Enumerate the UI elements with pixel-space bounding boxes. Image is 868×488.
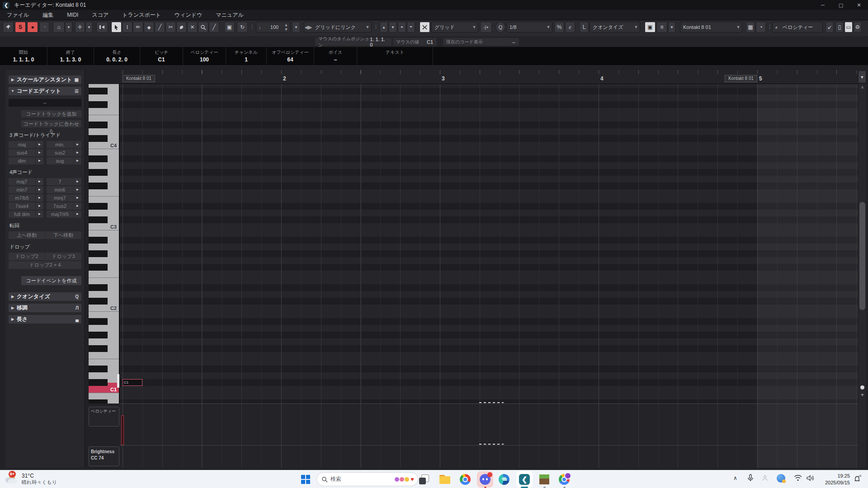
chord-play-arrow-icon[interactable]: ► [73,194,81,202]
black-key[interactable] [89,155,108,162]
acoustic-feedback-icon[interactable]: ◔ [39,22,49,33]
minimize-button[interactable]: ─ [814,0,832,10]
task-view-icon[interactable] [416,471,432,488]
left-zone-toggle-icon[interactable]: ▯ [835,22,844,33]
pitch-visibility-dropdown[interactable]: ▼ [65,22,72,33]
show-part-borders-icon[interactable]: ▣ [645,22,656,33]
tetrad-button-min7[interactable]: min7► [9,186,43,193]
note-event[interactable]: C1 [123,379,142,386]
black-key[interactable] [89,203,108,210]
black-key[interactable] [89,216,108,223]
input-more-icon[interactable]: ⋮ [767,24,772,30]
nudge-start-button[interactable]: ⏶ [398,22,406,33]
tetrad-button-7sus2[interactable]: 7sus2► [47,202,81,210]
solo-editor-button[interactable]: S [15,22,26,33]
info-value[interactable]: 64 [267,56,314,63]
grid-type-dropdown-icon[interactable]: ▼ [471,25,478,29]
length-quantize-combo[interactable]: クオンタイズ ▼ [590,22,640,33]
scrollbar-thumb[interactable] [859,202,865,310]
menu-item-6[interactable]: マニュアル [209,10,250,20]
tetrad-button-maj7[interactable]: maj7► [9,178,43,185]
transpositions-dropdown[interactable]: ▼ [85,22,93,33]
snap-icon[interactable] [420,22,430,33]
chord-play-arrow-icon[interactable]: ► [35,149,43,156]
black-key[interactable] [89,88,108,94]
inversion-button[interactable]: 上へ移動 [9,231,45,239]
inversion-button[interactable]: 下へ移動 [45,231,81,239]
iterative-quantize-icon[interactable]: e [565,22,575,33]
split-tool[interactable]: ✂ [165,22,176,33]
edit-active-part-icon[interactable]: ≡ [656,22,667,33]
chord-play-arrow-icon[interactable]: ► [35,186,43,193]
lane-resize-handle-2[interactable] [479,444,504,445]
insert-velocity-field[interactable]: ↓ 100 ▲▼ [256,22,290,33]
chord-play-arrow-icon[interactable]: ► [73,149,81,156]
velocity-bar[interactable] [121,415,124,445]
glue-tool[interactable] [176,22,187,33]
black-key[interactable] [89,284,108,291]
info-value[interactable]: 1. 1. 3. 0 [47,56,94,63]
section-chord-edit[interactable]: ▼コードエディット☰ [9,87,81,95]
black-key[interactable] [89,264,108,271]
section-length[interactable]: ▶長さ▄ [9,315,81,324]
indicate-transpositions-icon[interactable]: ✛ [75,22,85,33]
triad-button-sus2[interactable]: sus2► [47,149,81,156]
insert-velocity-dropdown[interactable]: ▼ [292,22,300,33]
velocity-lane[interactable] [120,404,858,445]
volume-icon[interactable] [807,474,815,482]
info-value[interactable]: 1 [226,56,266,63]
chord-play-arrow-icon[interactable]: ► [73,186,81,193]
section-transpose[interactable]: ▶移調Л [9,304,81,312]
black-key[interactable] [89,298,108,305]
line-tool[interactable]: ╱ [209,22,219,33]
chord-play-arrow-icon[interactable]: ► [73,211,81,218]
piano-keyboard[interactable]: C4C3C2C1 [89,84,120,404]
chord-play-arrow-icon[interactable]: ► [35,141,43,148]
info-field-3[interactable]: ピッチC1 [140,47,183,65]
chord-play-arrow-icon[interactable]: ► [35,178,43,185]
black-key[interactable] [89,122,108,128]
length-quantize-value[interactable]: クオンタイズ [590,24,632,31]
chrome-icon[interactable] [457,471,473,488]
window-setup-icon[interactable]: ⚙ [854,22,862,33]
info-field-1[interactable]: 終了1. 1. 3. 0 [47,47,94,65]
info-field-8[interactable]: テキスト [357,47,433,65]
black-key[interactable] [89,318,108,325]
tray-clock[interactable]: 19:25 2025/09/15 [817,473,850,486]
part-start-flag[interactable]: Kontakt 8 01 [123,75,155,82]
mute-tool[interactable]: ✕ [187,22,198,33]
notification-bell-icon[interactable]: zZ [853,474,862,483]
cc-lane[interactable] [120,445,858,468]
pitch-visibility-icon[interactable]: ⌂ [53,22,65,33]
audition-loop-icon[interactable]: ↻ [237,22,248,33]
chord-play-arrow-icon[interactable]: ► [73,202,81,210]
black-key[interactable] [89,332,108,338]
close-button[interactable]: ✕ [850,0,868,10]
info-field-4[interactable]: ベロシティー100 [183,47,226,65]
discord-icon[interactable] [477,471,493,488]
zoom-tool[interactable] [198,22,208,33]
length-more-icon[interactable]: ⋮ [373,24,378,30]
black-key[interactable] [89,169,108,176]
vertical-scrollbar[interactable]: ∧ + [858,84,866,468]
part-end-flag[interactable]: Kontakt 8 01 [725,75,757,82]
triad-button-min-[interactable]: min.► [47,141,81,148]
triad-button-dim[interactable]: dim► [9,157,43,164]
person-tray-icon[interactable] [761,474,769,482]
create-chord-event-button[interactable]: コードイベントを作成 [21,276,81,285]
nudge-down-button[interactable]: ▼ [389,22,397,33]
black-key[interactable] [89,366,108,372]
note-length-dropdown-icon[interactable]: ▼ [364,25,371,29]
drop-2-4-button[interactable]: ドロップ2 + 4 [9,261,81,269]
active-part-value[interactable]: Kontakt 8 01 [680,24,735,30]
info-field-7[interactable]: ボイス– [314,47,357,65]
quantize-preset-dropdown-icon[interactable]: ▼ [545,25,552,29]
trim-tool[interactable]: I [122,22,132,33]
note-length-value[interactable]: グリッドにリンク [312,24,364,31]
tetrad-button-full-dim[interactable]: full dim► [9,211,43,218]
nudge-up-button[interactable]: ▲ [380,22,388,33]
info-field-5[interactable]: チャンネル1 [226,47,267,65]
info-field-6[interactable]: オフベロシティー64 [267,47,314,65]
lane-resize-handle[interactable] [479,402,504,403]
section-scale-assistant[interactable]: ▶スケールアシスタント▣ [9,75,81,84]
